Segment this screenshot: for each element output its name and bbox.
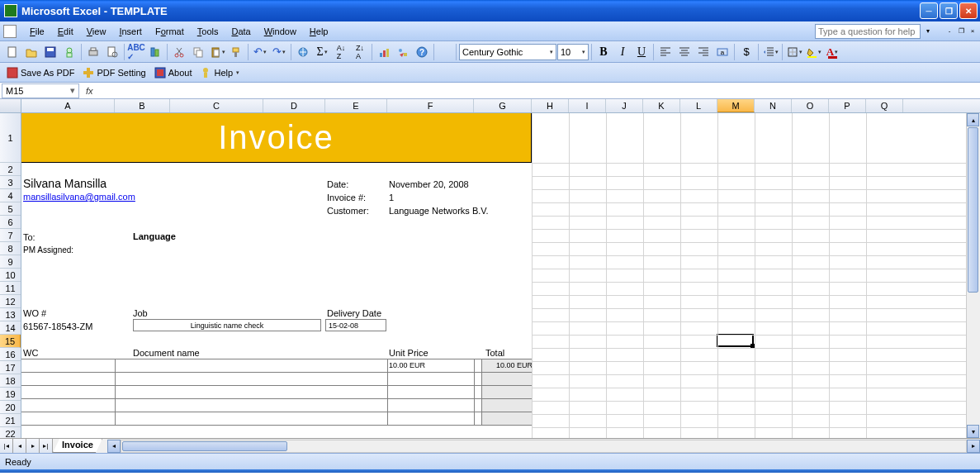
sort-asc-icon[interactable]: A↓Z: [332, 43, 350, 61]
about-button[interactable]: About: [151, 65, 196, 80]
row-header-14[interactable]: 14: [0, 321, 21, 335]
menu-window[interactable]: Window: [258, 25, 303, 38]
sheet-tab-invoice[interactable]: Invoice: [53, 439, 102, 453]
menu-help[interactable]: Help: [303, 25, 335, 38]
save-as-pdf-button[interactable]: Save As PDF: [3, 65, 78, 80]
cell-email[interactable]: mansillasilvana@gmail.com: [23, 192, 135, 202]
vscroll-thumb[interactable]: [968, 127, 978, 293]
column-header-F[interactable]: F: [387, 99, 474, 112]
font-size-combo[interactable]: 10▾: [557, 44, 589, 60]
row-header-18[interactable]: 18: [0, 374, 21, 388]
menu-format[interactable]: Format: [149, 25, 191, 38]
column-header-A[interactable]: A: [21, 99, 115, 112]
permission-icon[interactable]: [60, 43, 78, 61]
drawing-icon[interactable]: [394, 43, 412, 61]
column-header-B[interactable]: B: [115, 99, 170, 112]
row-header-17[interactable]: 17: [0, 361, 21, 374]
scroll-up-button[interactable]: ▴: [967, 113, 979, 126]
fx-label[interactable]: fx: [81, 86, 98, 96]
row-header-8[interactable]: 8: [0, 242, 21, 255]
row-header-16[interactable]: 16: [0, 348, 21, 361]
menu-view[interactable]: View: [80, 25, 113, 38]
column-header-Q[interactable]: Q: [866, 99, 903, 112]
row-header-15[interactable]: 15: [0, 335, 21, 348]
row-header-1[interactable]: 1: [0, 113, 21, 163]
minimize-button[interactable]: ─: [920, 2, 938, 19]
help-icon-toolbar[interactable]: ?: [413, 43, 431, 61]
worksheet-grid[interactable]: ABCDEFGHIJKLMNOPQ 1234567891011121314151…: [0, 99, 980, 438]
scroll-left-button[interactable]: ◂: [107, 440, 121, 453]
doc-minimize-button[interactable]: -: [945, 27, 954, 36]
menu-edit[interactable]: Edit: [51, 25, 80, 38]
row-headers[interactable]: 12345678910111213141516171819202122: [0, 113, 21, 438]
tab-first-button[interactable]: |◂: [0, 439, 13, 453]
row-header-4[interactable]: 4: [0, 189, 21, 202]
row-header-12[interactable]: 12: [0, 295, 21, 308]
pdf-help-button[interactable]: Help▾: [196, 65, 243, 80]
research-icon[interactable]: [146, 43, 164, 61]
menu-file[interactable]: File: [23, 25, 51, 38]
align-left-icon[interactable]: [656, 43, 675, 61]
menu-tools[interactable]: Tools: [191, 25, 225, 38]
cut-icon[interactable]: [170, 43, 188, 61]
open-icon[interactable]: [22, 43, 40, 61]
align-right-icon[interactable]: [694, 43, 713, 61]
tab-last-button[interactable]: ▸|: [40, 439, 53, 453]
horizontal-scrollbar[interactable]: ◂ ▸: [107, 439, 980, 453]
align-center-icon[interactable]: [675, 43, 694, 61]
row-header-22[interactable]: 22: [0, 427, 21, 438]
row-header-19[interactable]: 19: [0, 388, 21, 401]
menu-insert[interactable]: Insert: [112, 25, 149, 38]
select-all-button[interactable]: [0, 99, 21, 112]
hyperlink-icon[interactable]: [294, 43, 312, 61]
cells-area[interactable]: Invoice Silvana Mansilla mansillasilvana…: [21, 113, 980, 438]
tab-next-button[interactable]: ▸: [26, 439, 40, 453]
doc-restore-button[interactable]: ❐: [957, 27, 965, 36]
column-header-G[interactable]: G: [474, 99, 532, 112]
column-header-K[interactable]: K: [643, 99, 680, 112]
column-header-H[interactable]: H: [532, 99, 569, 112]
column-header-I[interactable]: I: [569, 99, 606, 112]
column-headers[interactable]: ABCDEFGHIJKLMNOPQ: [0, 99, 980, 113]
bold-button[interactable]: B: [594, 43, 613, 61]
undo-icon[interactable]: ↶▾: [251, 43, 269, 61]
column-header-M[interactable]: M: [717, 99, 755, 112]
font-color-icon[interactable]: A▾: [823, 43, 841, 61]
column-header-D[interactable]: D: [263, 99, 325, 112]
column-header-L[interactable]: L: [680, 99, 717, 112]
redo-icon[interactable]: ↷▾: [270, 43, 288, 61]
print-preview-icon[interactable]: [103, 43, 121, 61]
tab-prev-button[interactable]: ◂: [13, 439, 26, 453]
spellcheck-icon[interactable]: ABC✓: [127, 43, 145, 61]
print-icon[interactable]: [84, 43, 102, 61]
new-icon[interactable]: [3, 43, 21, 61]
borders-icon[interactable]: ▾: [785, 43, 803, 61]
fill-color-icon[interactable]: ▾: [804, 43, 822, 61]
maximize-button[interactable]: ❐: [940, 2, 958, 19]
scroll-down-button[interactable]: ▾: [967, 425, 979, 438]
row-header-21[interactable]: 21: [0, 414, 21, 427]
row-header-5[interactable]: 5: [0, 202, 21, 216]
row-header-9[interactable]: 9: [0, 255, 21, 269]
doc-close-button[interactable]: ×: [968, 27, 977, 36]
row-header-7[interactable]: 7: [0, 229, 21, 242]
merge-center-icon[interactable]: a: [713, 43, 731, 61]
help-search-input[interactable]: [815, 24, 921, 39]
column-header-J[interactable]: J: [606, 99, 643, 112]
close-button[interactable]: ✕: [959, 2, 978, 19]
hscroll-thumb[interactable]: [122, 441, 287, 451]
currency-icon[interactable]: $: [737, 43, 755, 61]
column-header-O[interactable]: O: [792, 99, 829, 112]
indent-decrease-icon[interactable]: ▾: [761, 43, 779, 61]
name-box[interactable]: M15▾: [2, 83, 79, 98]
paste-icon[interactable]: ▾: [208, 43, 226, 61]
row-header-10[interactable]: 10: [0, 269, 21, 282]
copy-icon[interactable]: [189, 43, 207, 61]
save-icon[interactable]: [41, 43, 59, 61]
column-header-E[interactable]: E: [325, 99, 387, 112]
formula-input[interactable]: [98, 83, 980, 98]
row-header-20[interactable]: 20: [0, 401, 21, 414]
autosum-icon[interactable]: Σ▾: [313, 43, 331, 61]
vertical-scrollbar[interactable]: ▴ ▾: [966, 113, 980, 438]
format-painter-icon[interactable]: [227, 43, 245, 61]
